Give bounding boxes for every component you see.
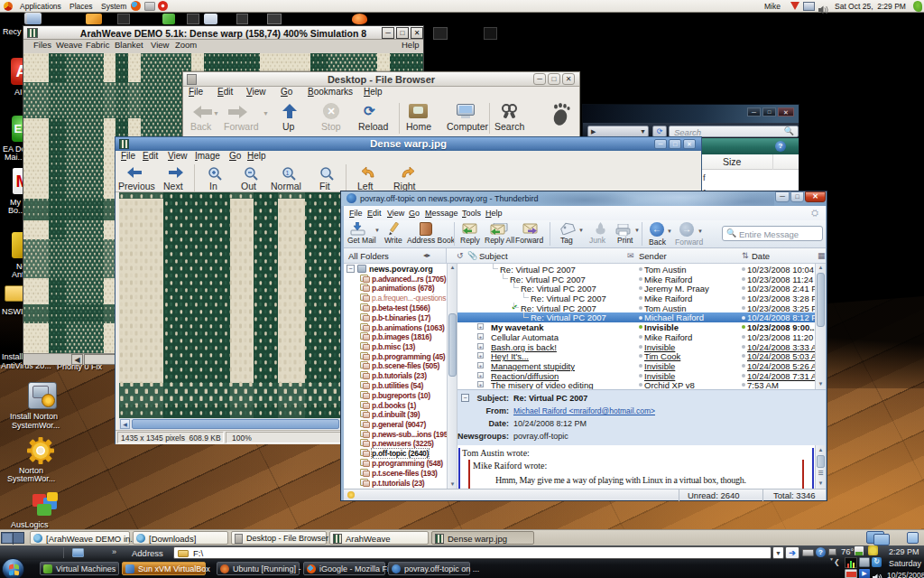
svg-text:1: 1 [286,170,290,176]
